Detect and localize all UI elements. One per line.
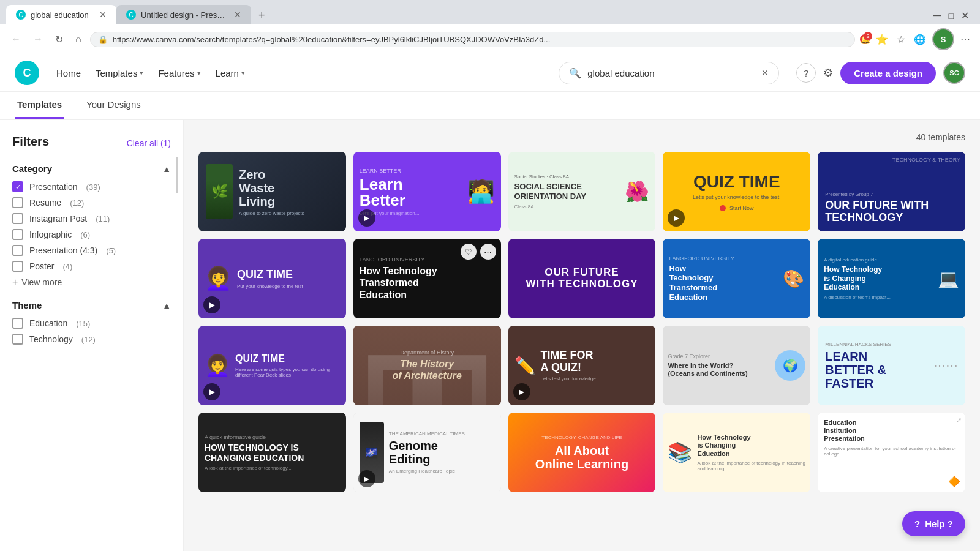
template-card-edu-inst[interactable]: EducationInstitutionPresentation A creat… [818,413,965,492]
checkbox-education[interactable] [12,318,23,329]
new-tab-button[interactable]: + [254,7,270,24]
template-card-quiz-purple2[interactable]: 👩‍🦱 QUIZ TIME Here are some quiz types y… [198,326,346,405]
template-card-world[interactable]: Grade 7 Explorer Where in the World?(Oce… [663,326,810,405]
checkbox-instagram[interactable] [12,213,23,224]
checkbox-infographic[interactable] [12,229,23,240]
more-options-icon[interactable]: ⋯ [788,244,805,261]
template-card-time-quiz[interactable]: ✏️ TIME FORA QUIZ! Let's test your knowl… [508,326,656,405]
nav-features[interactable]: Features ▾ [158,68,200,78]
forward-button[interactable]: → [29,31,47,47]
template-card-how-tech-changing2[interactable]: A quick informative guide HOW TECHNOLOGY… [198,413,346,492]
heart-icon[interactable]: ♡ [612,157,630,174]
more-options-icon[interactable]: ⋯ [324,157,341,174]
notification-badge[interactable]: 🔔 2 [860,34,870,44]
filter-item-instagram[interactable]: Instagram Post (11) [12,213,171,224]
settings-button[interactable]: ⚙ [823,66,833,80]
address-bar[interactable]: 🔒 [90,32,855,47]
sub-nav-your-designs[interactable]: Your Designs [84,92,143,119]
checkbox-presentation[interactable]: ✓ [12,181,23,192]
nav-templates[interactable]: Templates ▾ [96,68,143,78]
home-button[interactable]: ⌂ [72,31,85,47]
template-card-learn-faster[interactable]: MILLENNIAL HACKS SERIES LEARNBETTER &FAS… [818,326,965,405]
theme-collapse-icon[interactable]: ▲ [162,301,171,310]
heart-icon[interactable]: ♡ [767,244,785,261]
more-options-icon[interactable]: ⋯ [324,331,341,348]
more-options-icon[interactable]: ⋯ [633,418,650,435]
favorites-button[interactable]: ☆ [894,31,908,48]
heart-icon[interactable]: ♡ [303,331,320,348]
browser-profile-avatar[interactable]: S [932,28,954,50]
more-options-icon[interactable]: ⋯ [633,244,650,261]
browser-account-button[interactable]: 🌐 [911,31,929,48]
help-bubble[interactable]: ? Help ? [902,511,965,536]
nav-learn[interactable]: Learn ▾ [216,68,245,78]
heart-icon[interactable]: ♡ [612,244,630,261]
template-card-genome[interactable]: 🌌 THE AMERICAN MEDICAL TIMES GenomeEditi… [353,413,501,492]
tab-untitled-design[interactable]: C Untitled design - Presentation (1 ✕ [116,5,251,24]
template-card-architecture[interactable]: Department of History The Historyof Arch… [353,326,501,405]
clear-all-button[interactable]: Clear all (1) [127,138,171,148]
close-window-button[interactable]: ✕ [957,7,973,24]
more-options-icon[interactable]: ⋯ [633,331,650,348]
more-options-icon[interactable]: ⋯ [943,331,960,348]
more-options-icon[interactable]: ⋯ [788,157,805,174]
template-card-quiz-yellow[interactable]: QUIZ TIME Let's put your knowledge to th… [663,152,810,231]
minimize-button[interactable]: ─ [930,7,945,24]
more-options-icon[interactable]: ⋯ [633,157,650,174]
sub-nav-templates[interactable]: Templates [15,92,64,119]
more-options-icon[interactable]: ⋯ [788,331,805,348]
heart-icon[interactable]: ♡ [612,331,630,348]
heart-icon[interactable]: ♡ [303,418,320,435]
more-options-icon[interactable]: ⋯ [943,157,960,174]
filter-item-resume[interactable]: Resume (12) [12,197,171,208]
maximize-button[interactable]: □ [945,9,957,23]
more-options-icon[interactable]: ⋯ [479,157,496,174]
category-collapse-icon[interactable]: ▲ [162,164,171,174]
view-more-button[interactable]: + View more [12,277,171,288]
clear-search-icon[interactable]: ✕ [761,68,769,78]
more-options-icon[interactable]: ⋯ [324,418,341,435]
template-card-social-science[interactable]: Social Studies · Class 8A SOCIAL SCIENCE… [508,152,656,231]
tab-global-education[interactable]: C global education ✕ [6,5,116,24]
back-button[interactable]: ← [7,31,24,47]
heart-icon[interactable]: ♡ [767,157,785,174]
more-options-icon[interactable]: ⋯ [943,418,960,435]
tab-close-1[interactable]: ✕ [99,10,107,20]
extensions-button[interactable]: ⭐ [873,31,891,48]
more-options-icon[interactable]: ⋯ [479,331,496,348]
more-options-icon[interactable]: ⋯ [788,418,805,435]
create-design-button[interactable]: Create a design [840,62,936,84]
template-card-all-online[interactable]: TECHNOLOGY, CHANGE AND LIFE All AboutOnl… [508,413,656,492]
filter-item-technology[interactable]: Technology (12) [12,334,171,345]
template-card-how-tech-transformed[interactable]: LANGFORD UNIVERSITY HowTechnologyTransfo… [663,239,810,318]
template-card-learn-better[interactable]: LEARN BETTER LearnBetter Let's put your … [353,152,501,231]
filter-item-presentation[interactable]: ✓ Presentation (39) [12,181,171,192]
template-card-our-future-dark[interactable]: TECHNOLOGY & THEORY Presented by Group 7… [818,152,965,231]
search-bar[interactable]: 🔍 ✕ [559,62,779,84]
heart-icon[interactable]: ♡ [303,244,320,261]
heart-icon[interactable]: ♡ [303,157,320,174]
template-card-how-tech-dark[interactable]: LANGFORD UNIVERSITY How TechnologyTransf… [353,239,501,318]
heart-icon[interactable]: ♡ [922,418,940,435]
more-options-icon[interactable]: ⋯ [479,418,496,435]
heart-icon[interactable]: ♡ [922,157,940,174]
heart-icon[interactable]: ♡ [767,331,785,348]
filter-item-poster[interactable]: Poster (4) [12,261,171,272]
user-avatar[interactable]: SC [943,62,965,84]
heart-icon[interactable]: ♡ [458,418,475,435]
checkbox-presentation-43[interactable] [12,245,23,256]
checkbox-poster[interactable] [12,261,23,272]
heart-icon[interactable]: ♡ [612,418,630,435]
template-card-how-tech-changing[interactable]: A digital education guide How Technology… [818,239,965,318]
heart-icon[interactable]: ♡ [767,418,785,435]
template-card-our-future-purple[interactable]: OUR FUTUREWITH TECHNOLOGY ♡ ⋯ [508,239,656,318]
heart-icon[interactable]: ♡ [458,157,475,174]
heart-icon[interactable]: ♡ [458,331,475,348]
more-options-icon[interactable]: ⋯ [943,244,960,261]
more-options-icon[interactable]: ⋯ [324,244,341,261]
canva-logo[interactable]: C [15,61,39,85]
tab-close-2[interactable]: ✕ [234,10,241,20]
template-card-how-tech-stu[interactable]: 📚 How Technologyis ChangingEducation A l… [663,413,810,492]
address-input[interactable] [113,35,847,44]
template-card-zero-waste[interactable]: 🌿 ZeroWasteLiving A guide to zero waste … [198,152,346,231]
